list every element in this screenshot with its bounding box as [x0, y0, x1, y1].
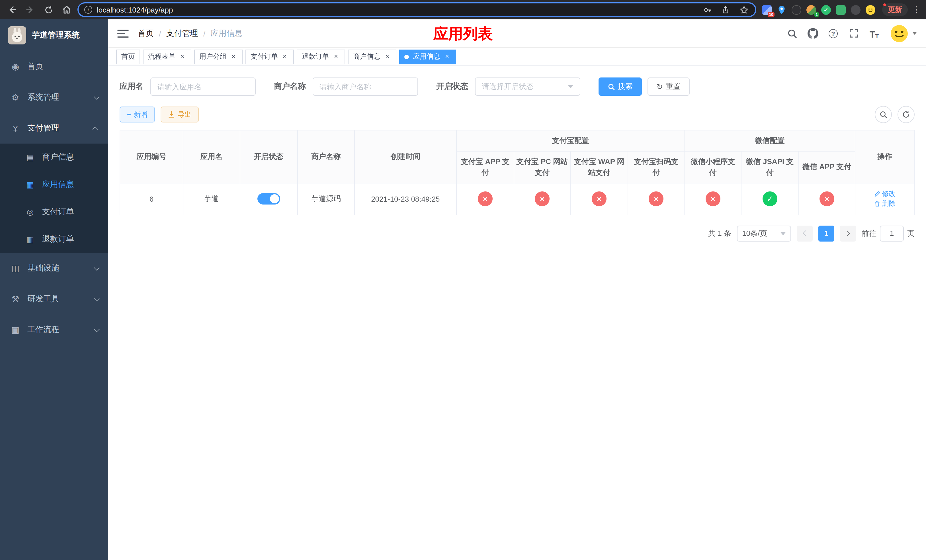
browser-reload-icon[interactable] — [41, 2, 56, 17]
avatar-extension-icon[interactable]: 1 — [806, 5, 816, 15]
chevron-down-icon — [94, 326, 100, 332]
chevron-down-icon — [94, 265, 100, 270]
chevron-down-icon — [568, 85, 573, 88]
sidebar-item-system[interactable]: ⚙ 系统管理 — [0, 82, 108, 113]
sidebar-item-pay-order[interactable]: ◎ 支付订单 — [0, 198, 108, 226]
vue-devtools-icon[interactable]: ✓ — [821, 5, 831, 15]
goto-page-input[interactable] — [880, 225, 904, 241]
sidebar-item-app-info[interactable]: ▦ 应用信息 — [0, 171, 108, 198]
browser-back-icon[interactable] — [5, 2, 20, 17]
url-text[interactable]: localhost:1024/pay/app — [97, 5, 697, 14]
app-name-label: 应用名 — [120, 82, 144, 92]
top-navbar: 首页 / 支付管理 / 应用信息 ? — [108, 20, 926, 48]
close-icon[interactable]: × — [178, 53, 186, 61]
sidebar-item-label: 基础设施 — [27, 263, 59, 274]
tab-home[interactable]: 首页 — [116, 49, 140, 64]
sidebar-item-label: 退款订单 — [42, 234, 74, 244]
tools-icon: ⚒ — [10, 294, 21, 304]
browser-update-button[interactable]: 更新 — [882, 3, 908, 16]
sidebar-item-workflow[interactable]: ▣ 工作流程 — [0, 315, 108, 345]
payment-submenu: ▤ 商户信息 ▦ 应用信息 ◎ 支付订单 ▥ 退款订单 — [0, 144, 108, 253]
browser-menu-icon[interactable]: ⋮ — [911, 5, 921, 15]
sidebar-toggle-icon[interactable] — [117, 29, 129, 37]
group-wechat-config: 微信配置 — [684, 130, 855, 151]
extension-grid-icon[interactable]: 10 — [762, 5, 772, 15]
status-toggle[interactable] — [257, 193, 280, 204]
emoji-extension-icon[interactable] — [865, 5, 875, 15]
location-pin-icon[interactable] — [777, 5, 787, 15]
prev-page-button[interactable] — [797, 225, 813, 241]
edit-button[interactable]: 修改 — [874, 189, 896, 199]
browser-home-icon[interactable] — [59, 2, 74, 17]
help-icon[interactable]: ? — [828, 28, 839, 39]
close-icon[interactable]: × — [383, 53, 391, 61]
breadcrumb: 首页 / 支付管理 / 应用信息 — [138, 28, 243, 38]
add-button[interactable]: + 新增 — [120, 106, 155, 123]
tab-pay-order[interactable]: 支付订单× — [245, 49, 294, 64]
bookmark-star-icon[interactable] — [738, 4, 749, 15]
col-wx-jsapi: 微信 JSAPI 支付 — [741, 151, 799, 183]
search-button[interactable]: 搜索 — [599, 77, 642, 96]
breadcrumb-separator: / — [203, 29, 206, 38]
font-size-icon[interactable]: TT — [869, 28, 880, 39]
search-icon[interactable] — [787, 28, 798, 39]
sidebar-item-label: 支付管理 — [27, 123, 59, 133]
chevron-down-icon — [912, 32, 917, 35]
sidebar-item-home[interactable]: ◉ 首页 — [0, 51, 108, 82]
grid-icon: ▦ — [25, 180, 35, 189]
github-icon[interactable] — [807, 28, 819, 39]
table-toolbar: + 新增 导出 — [120, 106, 915, 123]
tab-app-info[interactable]: 应用信息× — [399, 49, 456, 64]
dark-extension-icon[interactable] — [791, 5, 801, 15]
yen-icon: ¥ — [10, 123, 21, 133]
password-key-icon[interactable] — [702, 4, 713, 15]
delete-button[interactable]: 删除 — [874, 199, 896, 209]
tab-refund-order[interactable]: 退款订单× — [297, 49, 345, 64]
close-icon[interactable]: × — [281, 53, 289, 61]
page-size-select[interactable]: 10条/页 — [737, 225, 791, 241]
sidebar-item-dev-tools[interactable]: ⚒ 研发工具 — [0, 284, 108, 315]
sidebar-item-merchant-info[interactable]: ▤ 商户信息 — [0, 144, 108, 171]
url-bar[interactable]: i localhost:1024/pay/app — [77, 2, 756, 17]
alipay-pc-status-icon: × — [535, 191, 549, 206]
tab-process-form[interactable]: 流程表单× — [143, 49, 191, 64]
wx-jsapi-status-icon: ✓ — [763, 191, 777, 206]
status-select[interactable]: 请选择开启状态 — [475, 77, 580, 96]
tags-view: 首页 流程表单× 用户分组× 支付订单× 退款订单× 商户信息× 应用信息× — [108, 48, 926, 66]
close-icon[interactable]: × — [332, 53, 340, 61]
chevron-down-icon — [94, 94, 100, 100]
browser-toolbar: i localhost:1024/pay/app 10 1 ✓ — [0, 0, 926, 20]
reset-button[interactable]: ↻ 重置 — [648, 77, 690, 96]
merchant-name-label: 商户名称 — [274, 82, 306, 92]
sidebar-item-refund-order[interactable]: ▥ 退款订单 — [0, 226, 108, 253]
sidebar-item-payment[interactable]: ¥ 支付管理 — [0, 113, 108, 144]
app-logo-row[interactable]: 芋道管理系统 — [0, 20, 108, 51]
refresh-button[interactable] — [897, 106, 915, 123]
tab-merchant-info[interactable]: 商户信息× — [348, 49, 396, 64]
sidebar-item-infrastructure[interactable]: ◫ 基础设施 — [0, 253, 108, 284]
close-icon[interactable]: × — [443, 53, 451, 61]
sidebar-item-label: 首页 — [27, 62, 43, 72]
col-alipay-wap: 支付宝 WAP 网站支付 — [570, 151, 628, 183]
browser-forward-icon[interactable] — [23, 2, 38, 17]
group-alipay-config: 支付宝配置 — [457, 130, 684, 151]
sidebar-item-label: 应用信息 — [42, 179, 74, 190]
green-square-extension-icon[interactable] — [836, 5, 846, 15]
hide-search-button[interactable] — [875, 106, 892, 123]
export-button[interactable]: 导出 — [160, 106, 199, 123]
page-number-1[interactable]: 1 — [819, 225, 834, 241]
app-name-input[interactable] — [150, 77, 256, 96]
merchant-name-input[interactable] — [313, 77, 418, 96]
site-info-icon[interactable]: i — [84, 6, 92, 14]
tab-user-group[interactable]: 用户分组× — [194, 49, 243, 64]
pinned-extension-icon[interactable] — [851, 5, 861, 15]
next-page-button[interactable] — [840, 225, 856, 241]
col-actions: 操作 — [855, 130, 914, 183]
close-icon[interactable]: × — [230, 53, 238, 61]
user-avatar[interactable] — [889, 23, 917, 44]
breadcrumb-home[interactable]: 首页 — [138, 28, 154, 38]
fullscreen-icon[interactable] — [848, 28, 859, 39]
monitor-icon: ◫ — [10, 263, 21, 274]
share-icon[interactable] — [720, 4, 731, 15]
sidebar: 芋道管理系统 ◉ 首页 ⚙ 系统管理 ¥ 支付管理 — [0, 20, 108, 560]
